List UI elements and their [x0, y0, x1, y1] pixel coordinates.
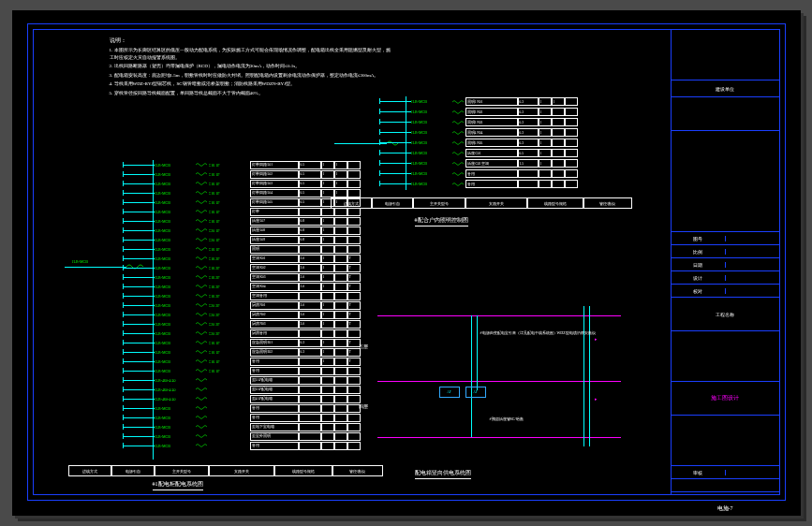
circuit-row: 1LR-MCBC20 1P插座 L090.81	[123, 235, 385, 244]
tb-r4: 校对	[672, 285, 779, 298]
circuit-row: 1LR-MCB备用	[379, 168, 645, 179]
circuit-row: 1LR-MCB照明1 N010.311	[379, 96, 645, 107]
circuit-row: 1LR-460-4/40至3AP配电箱	[123, 385, 385, 394]
circuit-row: 1LR-460-4/40至4AP配电箱	[123, 394, 385, 403]
circuit-row: 1LR-MCB备用	[123, 403, 385, 413]
circuit-row: 1LR-MCBC16 1P照明	[123, 244, 385, 254]
arrow-down-icon: ▸	[595, 396, 598, 402]
circuit-row: 1LR-MCB照明4 N040.31	[379, 127, 645, 138]
note-line: 2. 出线回路断路器（塑壳）均带漏电保护（RCD），漏电动作电流为30mA，动作…	[110, 63, 391, 70]
tb-owner-val	[672, 97, 779, 131]
paper: 建设单位 图号 比例 日期 设计 校对 工程名称 施工图设计 审核 电施-7 说…	[12, 10, 801, 516]
tb-owner: 建设单位	[672, 80, 779, 97]
circuit-row: 1LR-460-4/40至2AP配电箱	[123, 375, 385, 385]
circuit-row: 1LR-MCB至室外照明	[123, 431, 385, 441]
circuit-row: 1LR-MCBC16 1P灯带回路 L010.511	[123, 160, 385, 169]
arrow-down-icon: ▸	[595, 336, 598, 342]
riser-caption: 配电箱竖向供电系统图	[415, 469, 471, 479]
panel-box: AP	[439, 387, 460, 398]
tb-r5: 审核	[672, 466, 779, 479]
note-line: 4. 导线采用WDZ-BYJ型铜芯线，SC钢管暗敷或沿桥架明敷；消防线路采用WD…	[110, 80, 391, 88]
circuit-row: 1LR-MCB备用	[379, 179, 645, 189]
sub-table-caption: #配合户内照明控制图	[415, 216, 468, 226]
tb-r3: 设计	[672, 271, 779, 285]
main-table-caption: #1配电柜配电系统图	[153, 480, 203, 490]
circuit-row: 1LR-MCBC16 1P灯带回路 L020.511	[123, 169, 385, 179]
circuit-row: 1LR-MCBC16 1P插座 L070.81	[123, 216, 385, 226]
circuit-row: 1LR-MCB插座 C010.51	[379, 148, 645, 158]
note-line: 5. 穿线管径按回路导线截面配置，单回路导线总截面不大于管内截面40%。	[110, 90, 391, 97]
notes-heading: 说明：	[110, 37, 391, 45]
circuit-row: 1LR-MCBC16 2P空调备用	[123, 291, 385, 300]
circuit-row: 1LR-MCBC20 2P厨房备用	[123, 329, 385, 338]
circuit-row: 1LR-MCBC16 2P空调 K042.01T	[123, 282, 385, 291]
circuit-row: 1LR-MCB照明3 N030.31	[379, 117, 645, 127]
circuit-row: 1LR-MCBC20 2P厨房 N013.01T	[123, 300, 385, 310]
tb-stage: 施工图设计	[672, 382, 779, 416]
circuit-row: 1LR-MCBC16 1P应急照明 E020.31T	[123, 347, 385, 357]
tb-r6	[672, 479, 779, 492]
tb-r1: 比例	[672, 245, 779, 258]
circuit-row: 1LR-MCB照明2 N020.31	[379, 107, 645, 117]
circuit-row: 1LR-MCBC16 2P空调 K012.01T	[123, 254, 385, 263]
riser-diagram: 五层 四层 AP AP #电源由变配电室引来（详见配电干线系统图）WDZ型电缆沿…	[349, 278, 640, 465]
tb-r2: 日期	[672, 258, 779, 271]
note-line: 1. 本图所示为长廊区结算区的低压一般动力配电系统，为实际施工方式可能会依现场情…	[110, 47, 391, 61]
sub-circuit-table: 1LR-MCB照明1 N010.3111LR-MCB照明2 N020.311LR…	[379, 96, 645, 189]
circuit-row: 1LR-MCB插座 C02 空调1.51	[379, 158, 645, 168]
circuit-row: 1LR-MCB备用	[123, 413, 385, 422]
circuit-row: 1LR-MCBC16 1P备用1T	[123, 357, 385, 366]
tb-dwgno: 电施-7	[672, 492, 779, 516]
circuit-row: 1LR-MCBC16 1P灯带回路 L030.511	[123, 179, 385, 188]
tb-proj: 工程名称	[672, 298, 779, 331]
viewport: 建设单位 图号 比例 日期 设计 校对 工程名称 施工图设计 审核 电施-7 说…	[0, 0, 812, 526]
circuit-row: 1LR-MCBC16 1P灯带回路 L040.511	[123, 188, 385, 197]
circuit-row: 1LR-MCB照明5 N050.31	[379, 138, 645, 148]
circuit-row: 1LR-MCBC16 1P备用	[123, 366, 385, 375]
circuit-row: 1LR-MCBC20 1P插座 L080.81	[123, 226, 385, 235]
tb-r0: 图号	[672, 232, 779, 245]
circuit-row: 1LR-MCBC16 2P空调 K032.01T	[123, 272, 385, 282]
circuit-row: 1LR-MCB备用	[123, 441, 385, 450]
main-table-header: 进线方式 电源引自 主开关型号 支路开关 线路型号规格 管径/敷设	[68, 465, 387, 476]
note-line: 3. 配电箱安装高度：底边距地1.5m，明敷管线时时应做防火封堵。照明配电箱内设…	[110, 72, 391, 80]
tb-spacer2	[672, 331, 779, 382]
sub-table-header: 进线方式 电源引自 主开关型号 支路开关 线路型号规格 管径/敷设	[331, 197, 645, 209]
circuit-row: 1LR-MCBC20 2P厨房 N023.01T	[123, 310, 385, 319]
general-notes: 说明： 1. 本图所示为长廊区结算区的低压一般动力配电系统，为实际施工方式可能会…	[110, 37, 391, 98]
drawing-sheet[interactable]: 建设单位 图号 比例 日期 设计 校对 工程名称 施工图设计 审核 电施-7 说…	[12, 10, 801, 516]
tb-logo	[672, 30, 779, 80]
circuit-row: 1LR-MCB至地下室电箱	[123, 422, 385, 431]
circuit-row: 1LR-MCBC20 2P厨房 N033.01T	[123, 319, 385, 329]
tb-spacer3	[672, 416, 779, 466]
tb-spacer1	[672, 131, 779, 182]
panel-box: AP	[465, 387, 486, 398]
circuit-row: 1LR-MCBC16 2P空调 K022.01T	[123, 263, 385, 272]
title-block: 建设单位 图号 比例 日期 设计 校对 工程名称 施工图设计 审核 电施-7	[671, 30, 779, 494]
circuit-row: 1LR-MCBC16 1P应急照明 E010.31T	[123, 338, 385, 347]
tb-spacer1b	[672, 182, 779, 232]
